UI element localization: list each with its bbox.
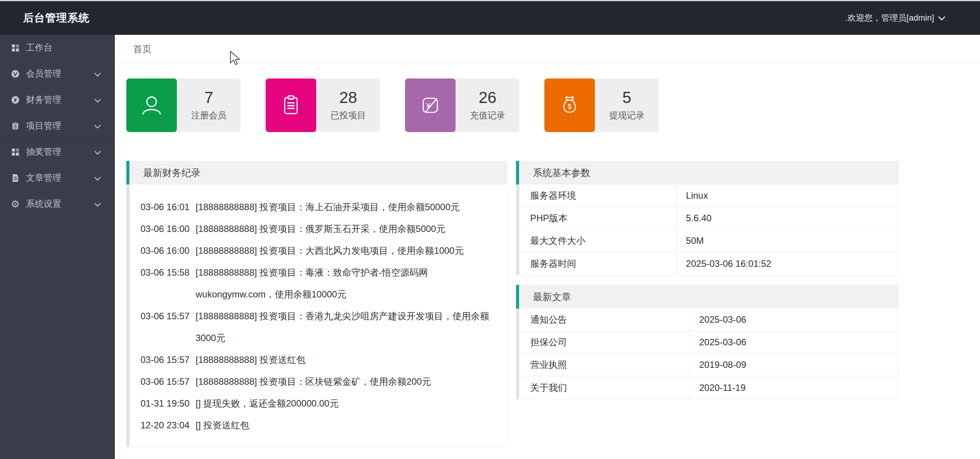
sidebar-item-articles[interactable]: 文章管理 xyxy=(0,165,115,191)
yuan-circle-icon: ¥ xyxy=(10,95,20,105)
article-title: 关于我们 xyxy=(519,376,690,399)
table-row: 服务器时间 2025-03-06 16:01:52 xyxy=(519,252,898,275)
panel-title: 最新财务纪录 xyxy=(129,161,507,185)
finance-record-row: 03-06 15:57 [18888888888] 投资送红包 xyxy=(137,349,500,371)
table-row: 关于我们 2020-11-19 xyxy=(519,376,898,399)
sidebar: 工作台 会员管理 ¥ 财务管理 xyxy=(0,35,115,459)
param-value: 2025-03-06 16:01:52 xyxy=(677,252,898,275)
stat-value: 5 xyxy=(622,89,631,106)
record-time: 03-06 16:00 xyxy=(137,240,196,261)
record-text: [18888888888] 投资项目：大西北风力发电项目，使用余额1000元 xyxy=(196,240,500,261)
record-time: 03-06 15:58 xyxy=(137,261,196,305)
sidebar-item-lottery[interactable]: 抽奖管理 xyxy=(0,139,115,165)
finance-records-panel: 最新财务纪录 03-06 16:01 [18888888888] 投资项目：海上… xyxy=(126,161,507,447)
sidebar-item-label: 会员管理 xyxy=(26,68,61,80)
chevron-down-icon xyxy=(938,13,946,23)
article-title: 担保公司 xyxy=(519,331,690,353)
chevron-down-icon xyxy=(94,147,101,157)
sidebar-item-members[interactable]: 会员管理 xyxy=(0,61,115,87)
article-title: 通知公告 xyxy=(519,309,690,331)
grid-icon xyxy=(10,147,20,157)
stat-card-invested-projects[interactable]: 28 已投项目 xyxy=(266,78,380,132)
chevron-down-icon xyxy=(94,199,101,209)
article-date: 2025-03-06 xyxy=(690,309,899,331)
screen: 后台管理系统 .欢迎您，管理员[admin] 工作台 会员管理 xyxy=(0,0,980,459)
recharge-icon: ¥ xyxy=(405,78,456,132)
sidebar-item-label: 系统设置 xyxy=(26,198,61,210)
panel-title: 最新文章 xyxy=(519,285,899,309)
stat-label: 充值记录 xyxy=(470,109,505,121)
stat-card-members[interactable]: 7 注册会员 xyxy=(126,78,241,132)
sidebar-item-label: 财务管理 xyxy=(26,94,61,106)
tab-bar: 首页 xyxy=(115,35,980,63)
clipboard-icon xyxy=(10,121,20,131)
table-row: 最大文件大小 50M xyxy=(519,230,898,252)
record-time: 03-06 15:57 xyxy=(137,349,196,371)
param-value: 5.6.40 xyxy=(677,207,898,229)
record-time: 03-06 15:57 xyxy=(137,371,196,392)
latest-articles-table: 通知公告 2025-03-06 担保公司 2025-03-06 xyxy=(519,309,899,399)
article-date: 2020-11-19 xyxy=(690,376,899,399)
table-row: 服务器环境 Linux xyxy=(519,185,898,207)
sidebar-item-workbench[interactable]: 工作台 xyxy=(0,35,115,61)
app-title: 后台管理系统 xyxy=(23,11,90,25)
stat-card-withdraw-records[interactable]: $ 5 提现记录 xyxy=(544,78,659,132)
stat-value: 26 xyxy=(479,89,497,106)
record-time: 12-20 23:04 xyxy=(137,414,196,436)
system-params-panel: 系统基本参数 服务器环境 Linux xyxy=(516,161,899,275)
finance-record-row: 03-06 16:00 [18888888888] 投资项目：大西北风力发电项目… xyxy=(137,240,500,261)
article-date: 2025-03-06 xyxy=(690,331,899,353)
sidebar-item-label: 抽奖管理 xyxy=(26,146,61,158)
finance-record-row: 03-06 15:57 [18888888888] 投资项目：区块链紫金矿，使用… xyxy=(137,371,500,392)
stat-value: 7 xyxy=(204,89,213,106)
table-row: 营业执照 2019-08-09 xyxy=(519,354,898,376)
user-menu[interactable]: .欢迎您，管理员[admin] xyxy=(845,12,946,24)
record-text: [18888888888] 投资项目：海上石油开采项目，使用余额50000元 xyxy=(196,196,500,218)
article-title: 营业执照 xyxy=(519,354,690,376)
record-text: [18888888888] 投资项目：毒液：致命守护者-悟空源码网wukongy… xyxy=(196,261,500,305)
record-text: [18888888888] 投资项目：俄罗斯玉石开采，使用余额5000元 xyxy=(196,218,500,240)
finance-record-row: 01-31 19:50 [] 提现失败，返还金额200000.00元 xyxy=(137,392,500,414)
stat-label: 注册会员 xyxy=(191,109,227,121)
clipboard-icon xyxy=(266,78,316,132)
stat-label: 已投项目 xyxy=(331,109,366,121)
stat-card-recharge-records[interactable]: ¥ 26 充值记录 xyxy=(405,78,519,132)
chevron-down-icon xyxy=(94,69,101,79)
article-date: 2019-08-09 xyxy=(690,354,899,376)
finance-records-list: 03-06 16:01 [18888888888] 投资项目：海上石油开采项目，… xyxy=(129,185,507,447)
record-text: [18888888888] 投资项目：区块链紫金矿，使用余额200元 xyxy=(196,371,500,392)
finance-record-row: 12-20 23:04 [] 投资送红包 xyxy=(137,414,500,436)
param-label: 服务器时间 xyxy=(519,252,677,275)
finance-record-row: 03-06 15:57 [18888888888] 投资项目：香港九龙尖沙咀房产… xyxy=(137,305,500,349)
gear-icon: ⚙ xyxy=(10,199,20,209)
sidebar-item-finance[interactable]: ¥ 财务管理 xyxy=(0,87,115,113)
chevron-down-icon xyxy=(94,121,101,131)
panel-rail xyxy=(126,185,129,447)
member-circle-icon xyxy=(10,69,20,79)
param-value: Linux xyxy=(677,185,898,207)
table-row: 担保公司 2025-03-06 xyxy=(519,331,898,354)
svg-text:¥: ¥ xyxy=(14,97,17,103)
chevron-down-icon xyxy=(94,173,101,183)
sidebar-item-settings[interactable]: ⚙ 系统设置 xyxy=(0,191,115,217)
record-text: [18888888888] 投资项目：香港九龙尖沙咀房产建设开发项目，使用余额3… xyxy=(196,305,500,349)
grid-icon xyxy=(10,43,20,53)
record-time: 03-06 16:01 xyxy=(137,196,196,218)
param-label: 服务器环境 xyxy=(519,185,677,207)
stat-label: 提现记录 xyxy=(609,109,645,121)
param-value: 50M xyxy=(677,230,898,252)
stat-value: 28 xyxy=(339,89,357,106)
panel-title: 系统基本参数 xyxy=(519,161,899,185)
sidebar-item-projects[interactable]: 项目管理 xyxy=(0,113,115,139)
param-label: PHP版本 xyxy=(519,207,677,229)
tab-home[interactable]: 首页 xyxy=(133,43,152,55)
panel-accent xyxy=(516,285,519,309)
finance-record-row: 03-06 16:01 [18888888888] 投资项目：海上石油开采项目，… xyxy=(137,196,500,218)
panel-rail xyxy=(516,185,519,275)
finance-record-row: 03-06 15:58 [18888888888] 投资项目：毒液：致命守护者-… xyxy=(137,261,500,305)
record-time: 03-06 16:00 xyxy=(137,218,196,240)
document-icon xyxy=(10,173,20,183)
latest-articles-panel: 最新文章 通知公告 2025-03-06 xyxy=(516,285,899,399)
system-params-table: 服务器环境 Linux PHP版本 5.6.40 xyxy=(519,185,899,275)
record-time: 03-06 15:57 xyxy=(137,305,196,349)
